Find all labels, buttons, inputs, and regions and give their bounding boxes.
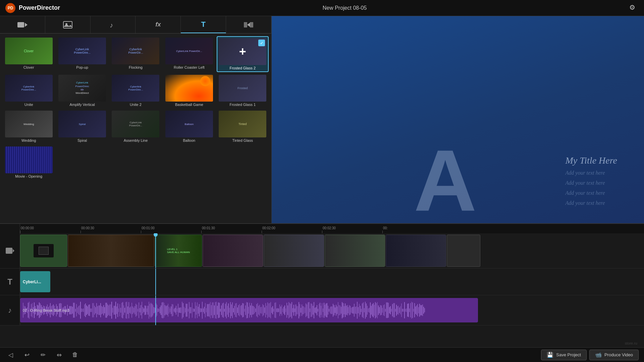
- video-clip-1[interactable]: [20, 235, 67, 267]
- audio-clip-label: 07 - O-Ring Break Stuff.mp3: [23, 308, 69, 312]
- project-title: New Project 08-05: [323, 5, 367, 11]
- effect-label-wedding: Wedding: [21, 138, 36, 142]
- effect-wedding[interactable]: Wedding Wedding: [3, 109, 55, 144]
- svg-text:♪: ♪: [110, 21, 113, 29]
- preview-letter: A: [414, 131, 477, 231]
- arrow-tool[interactable]: ◁: [5, 350, 16, 360]
- save-project-button[interactable]: 💾 Save Project: [541, 350, 587, 360]
- ruler-mark-6: 00:: [382, 226, 388, 231]
- ruler-mark-0: 00:00:00: [20, 226, 34, 231]
- effect-amplifyvertical[interactable]: CyberLink PowerDirec tõr WordDirect Ampl…: [56, 73, 108, 108]
- preview-text-block: My Title Here Add your text here Add you…: [566, 155, 617, 206]
- effect-balloon[interactable]: Balloon Balloon: [163, 109, 215, 144]
- tab-video[interactable]: [0, 16, 45, 33]
- svg-rect-11: [6, 248, 12, 254]
- preview-subtext-3: Add your text here: [566, 190, 617, 196]
- playhead-text: [155, 268, 156, 295]
- tab-titles[interactable]: T: [181, 16, 226, 33]
- effect-label-balloon: Balloon: [183, 138, 196, 142]
- timeline-area: 00:00:00 00:00:30 00:01:00 00:01:30 00:0…: [0, 223, 644, 347]
- effect-label-movie: Movie - Opening: [15, 174, 42, 178]
- effect-thumb-flocking: CyberlinkPowerDir...: [112, 38, 159, 64]
- bottom-tools-right: 💾 Save Project 📹 Produce Video: [541, 350, 639, 360]
- ruler-mark-3: 00:01:30: [201, 226, 215, 231]
- video-clip-4[interactable]: [203, 235, 263, 267]
- tab-transitions[interactable]: [226, 16, 271, 33]
- effect-label-unite: Unite: [24, 103, 33, 107]
- svg-marker-8: [247, 23, 250, 27]
- effect-label-amplifyvertical: Amplify Vertical: [69, 103, 95, 107]
- tab-photo[interactable]: [45, 16, 91, 33]
- audio-clip[interactable]: 07 - O-Ring Break Stuff.mp3: [20, 298, 478, 322]
- effect-tintedglass[interactable]: Tinted Tinted Glass: [217, 109, 269, 144]
- svg-rect-7: [250, 22, 253, 27]
- ruler-mark-4: 00:02:00: [262, 226, 275, 231]
- effect-clover[interactable]: Clover Clover: [3, 36, 55, 72]
- tabs-bar: ♪ fx T: [0, 16, 271, 34]
- video-track-label: [0, 233, 20, 268]
- playhead-audio: [155, 295, 156, 325]
- timeline-ruler: 00:00:00 00:00:30 00:01:00 00:01:30 00:0…: [0, 224, 644, 233]
- effect-flocking[interactable]: CyberlinkPowerDir... Flocking: [110, 36, 162, 72]
- effect-thumb-unite2: CyberlinkPowerDire...: [112, 75, 159, 102]
- effect-label-assemblyline: Assembly Line: [124, 138, 148, 142]
- text-clip[interactable]: CyberLi...: [20, 271, 50, 292]
- effect-thumb-movie: [5, 146, 53, 173]
- effect-assemblyline[interactable]: CyberLinkPowerDir... Assembly Line: [110, 109, 162, 144]
- video-clip-5[interactable]: [264, 235, 324, 267]
- effect-label-flocking: Flocking: [129, 65, 143, 69]
- video-clip-8[interactable]: [447, 235, 480, 267]
- effect-label-unite2: Unite 2: [130, 103, 142, 107]
- effect-thumb-amplifyvertical: CyberLink PowerDirec tõr WordDirect: [58, 75, 106, 102]
- trim-tool[interactable]: ⇔: [54, 350, 64, 360]
- video-clip-7[interactable]: [386, 235, 446, 267]
- audio-waveform: [20, 298, 478, 322]
- ruler-mark-1: 00:00:30: [80, 226, 94, 231]
- effect-frostedglass2[interactable]: + ✓ Frosted Glass 2: [217, 36, 269, 72]
- undo-button[interactable]: ↩: [21, 350, 32, 360]
- effect-frostedglass1[interactable]: Frosted Frosted Glass 1: [217, 73, 269, 108]
- video-track-content[interactable]: LEVEL 1SAVE ALL HUMAN: [20, 233, 644, 268]
- tab-fx[interactable]: fx: [136, 16, 181, 33]
- effect-label-rollercoaster: Roller Coaster Left: [174, 65, 205, 69]
- effect-label-frostedglass1: Frosted Glass 1: [229, 103, 256, 107]
- effect-label-popup: Pop-up: [76, 65, 88, 69]
- text-track-label: T: [0, 268, 20, 295]
- top-bar: PD PowerDirector New Project 08-05 ⚙: [0, 0, 644, 16]
- video-clip-2[interactable]: [68, 235, 154, 267]
- delete-tool[interactable]: 🗑: [70, 350, 80, 360]
- bottom-tools-left: ◁ ↩ ✏ ⇔ 🗑: [5, 350, 80, 360]
- text-track: T CyberLi...: [0, 268, 644, 295]
- effect-thumb-frostedglass1: Frosted: [219, 75, 266, 102]
- effect-unite2[interactable]: CyberlinkPowerDire... Unite 2: [110, 73, 162, 108]
- audio-track-content[interactable]: 07 - O-Ring Break Stuff.mp3: [20, 295, 644, 325]
- produce-video-button[interactable]: 📹 Produce Video: [589, 350, 639, 360]
- video-clip-3[interactable]: LEVEL 1SAVE ALL HUMAN: [155, 235, 202, 267]
- effect-movie[interactable]: Movie - Opening: [3, 145, 55, 180]
- effect-label-spiral: Spiral: [77, 138, 87, 142]
- effect-rollercoaster[interactable]: CyberLink PowerDir... Roller Coaster Lef…: [163, 36, 215, 72]
- watermark: store.ru: [625, 341, 637, 345]
- effect-spiral[interactable]: Spiral Spiral: [56, 109, 108, 144]
- effect-thumb-wedding: Wedding: [5, 111, 53, 137]
- audio-track: ♪ 07 - O-Ring Break Stuff.mp3: [0, 295, 644, 325]
- effect-thumb-unite: CyberlinkPowerDire...: [5, 75, 53, 102]
- ruler-mark-2: 00:01:00: [141, 226, 155, 231]
- playhead[interactable]: [155, 233, 156, 268]
- pencil-tool[interactable]: ✏: [38, 350, 48, 360]
- effect-basketball[interactable]: Basketball Game: [163, 73, 215, 108]
- effect-thumb-basketball: [165, 75, 213, 102]
- ruler-mark-5: 00:02:30: [322, 226, 336, 231]
- preview-subtext-4: Add your text here: [566, 200, 617, 206]
- tab-audio[interactable]: ♪: [91, 16, 136, 33]
- video-clip-6[interactable]: [325, 235, 385, 267]
- ruler-container: 00:00:00 00:00:30 00:01:00 00:01:30 00:0…: [20, 224, 644, 233]
- text-track-content[interactable]: CyberLi...: [20, 268, 644, 295]
- effect-unite[interactable]: CyberlinkPowerDire... Unite: [3, 73, 55, 108]
- app-logo: PD: [5, 3, 15, 13]
- effect-popup[interactable]: CyberLinkPowerDire... Pop-up: [56, 36, 108, 72]
- settings-icon[interactable]: ⚙: [629, 3, 639, 13]
- svg-marker-12: [13, 249, 14, 252]
- effect-thumb-frostedglass2: + ✓: [219, 38, 266, 65]
- svg-rect-6: [244, 22, 247, 27]
